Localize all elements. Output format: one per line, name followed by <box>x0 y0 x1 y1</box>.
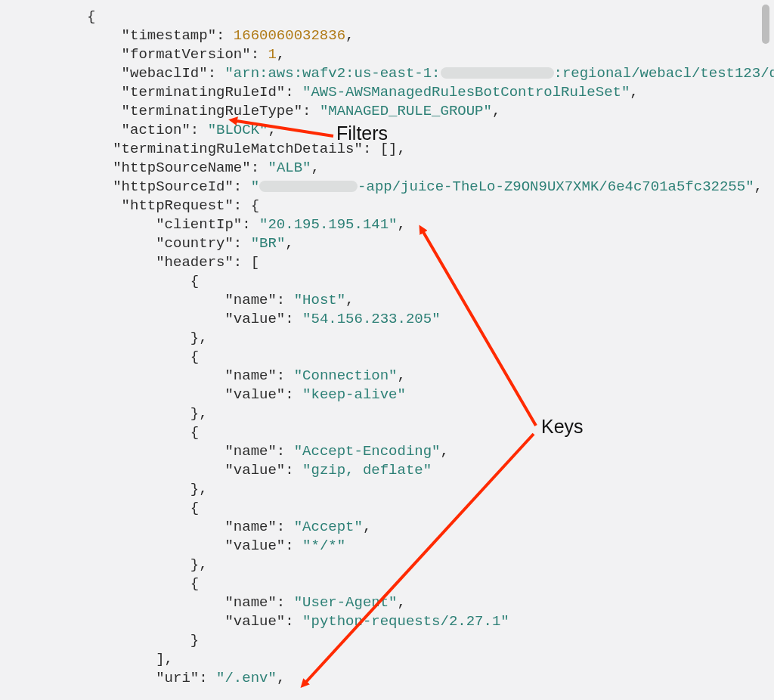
value-httpSourceName: ALB <box>277 160 302 176</box>
value-clientIp: 20.195.195.141 <box>268 216 389 233</box>
value-timestamp: 1660060032836 <box>234 27 345 44</box>
annotation-keys: Keys <box>541 416 584 438</box>
header-2-value: gzip, deflate <box>311 462 423 479</box>
value-terminatingRuleId: AWS-AWSManagedRulesBotControlRuleSet <box>311 84 621 101</box>
value-country: BR <box>259 235 277 252</box>
value-httpSourceId-suffix: -app/juice-TheLo-Z9ON9UX7XMK/6e4c701a5fc… <box>358 178 745 195</box>
header-1-value: keep-alive <box>311 386 397 403</box>
json-log-block: { "timestamp": 1660060032836, "formatVer… <box>0 8 774 688</box>
header-3-value: */* <box>311 537 336 554</box>
value-action: BLOCK <box>216 122 259 138</box>
annotation-filters: Filters <box>336 122 388 144</box>
redacted-source <box>259 181 358 192</box>
value-webaclId-prefix: arn:aws:wafv2:us-east-1: <box>234 65 441 82</box>
header-0-name: Host <box>302 292 337 308</box>
scrollbar-thumb[interactable] <box>762 5 769 44</box>
header-1-name: Connection <box>302 367 389 384</box>
redacted-account <box>441 67 554 79</box>
value-terminatingRuleType: MANAGED_RULE_GROUP <box>328 103 483 119</box>
value-uri: /.env <box>224 670 268 686</box>
header-4-name: User-Agent <box>302 594 389 611</box>
header-0-value: 54.156.233.205 <box>311 311 432 327</box>
header-4-value: python-requests/2.27.1 <box>311 613 500 630</box>
value-formatVersion: 1 <box>268 46 276 63</box>
value-webaclId-suffix: :regional/webacl/test123/d5898 <box>554 65 774 82</box>
header-2-name: Accept-Encoding <box>302 443 432 460</box>
header-3-name: Accept <box>302 519 354 535</box>
